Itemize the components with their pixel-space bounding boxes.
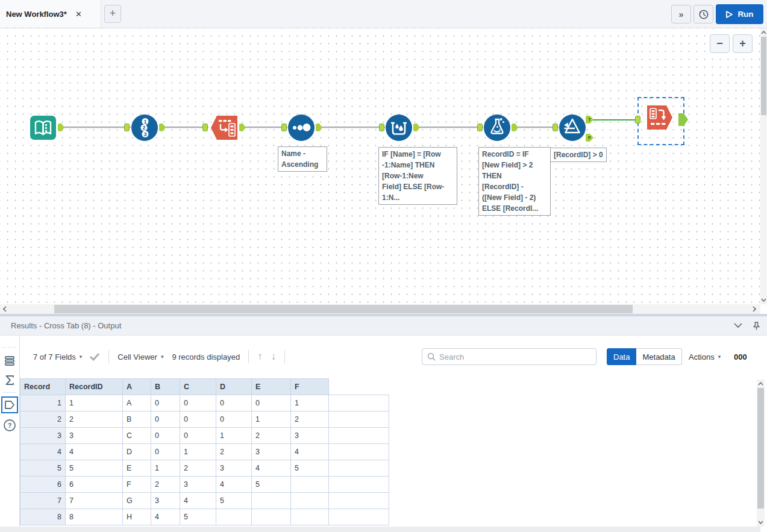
input-anchor[interactable] [202,124,208,131]
table-row[interactable]: 1 1 A 0 0 0 0 1 [20,395,389,412]
multi-row-formula-annotation[interactable]: IF [Name] = [Row -1:Name] THEN [Row-1:Ne… [378,147,457,205]
record-number-cell[interactable]: 6 [20,477,66,493]
schedule-history-button[interactable] [693,5,713,23]
output-anchor[interactable] [316,124,322,131]
cell[interactable]: H [123,509,151,525]
cell[interactable]: D [123,444,151,460]
record-number-cell[interactable]: 4 [20,444,66,460]
run-button[interactable]: Run [716,4,763,24]
filter-tool[interactable] [559,114,586,142]
cell[interactable]: 1 [180,444,216,460]
cell[interactable]: 4 [66,444,123,460]
column-header[interactable]: RecordID [66,379,123,395]
zoom-out-button[interactable]: − [710,34,730,53]
connection-true-branch[interactable] [592,119,636,120]
data-tab[interactable]: Data [607,348,636,365]
workflow-canvas[interactable]: 1 2 3 Name - Ascending [0,28,760,304]
table-row[interactable]: 7 7 G 3 4 5 [20,493,389,509]
multi-row-formula-tool[interactable] [385,114,413,142]
record-number-cell[interactable]: 2 [20,412,66,428]
column-header[interactable]: C [180,379,216,395]
true-output-anchor[interactable]: T [586,116,593,124]
sort-tool[interactable] [287,114,315,142]
table-row[interactable]: 8 8 H 4 5 [20,509,389,525]
cell[interactable]: 3 [252,444,291,460]
cell[interactable]: 4 [291,444,329,460]
cell[interactable]: 0 [151,412,180,428]
help-icon[interactable]: ? [2,418,17,433]
formula-annotation[interactable]: RecordID = IF [New Field] > 2 THEN [Reco… [478,147,551,216]
zoom-in-button[interactable]: + [733,34,753,53]
cell[interactable]: 0 [180,412,216,428]
record-number-cell[interactable]: 1 [20,395,66,412]
cell[interactable]: 1 [252,412,291,428]
output-anchor[interactable] [239,124,246,131]
cell[interactable]: A [123,395,151,412]
cell[interactable]: 1 [216,428,252,444]
cell[interactable]: 2 [180,460,216,477]
table-row[interactable]: 3 3 C 0 0 1 2 3 [20,428,389,444]
scroll-right-icon[interactable] [751,305,758,313]
cell[interactable]: 8 [66,509,123,525]
cell[interactable]: 5 [216,493,252,509]
cell[interactable]: 0 [151,395,180,412]
record-id-tool[interactable]: 1 2 3 [131,114,158,142]
cell[interactable]: 0 [252,395,291,412]
column-header[interactable]: A [123,379,151,395]
cell[interactable]: 7 [66,493,123,509]
column-header[interactable]: E [252,379,291,395]
cell[interactable]: 0 [151,428,180,444]
output-anchor[interactable] [512,124,518,131]
cell-viewer-dropdown[interactable]: Cell Viewer [117,352,157,361]
connection[interactable] [419,127,483,128]
cell[interactable]: F [123,477,151,493]
column-header[interactable]: B [151,379,180,395]
cell[interactable]: C [123,428,151,444]
scroll-up-icon[interactable] [760,30,767,36]
metadata-tab[interactable]: Metadata [636,348,681,365]
pin-icon[interactable] [752,321,761,331]
input-anchor[interactable] [477,124,483,131]
cell[interactable]: 0 [180,428,216,444]
input-anchor[interactable] [281,124,287,131]
input-anchor[interactable] [124,124,130,131]
cell[interactable]: 1 [66,395,123,412]
cell[interactable]: 2 [291,412,329,428]
cell[interactable]: 1 [151,460,180,477]
cell[interactable]: 0 [151,444,180,460]
cell[interactable] [291,509,329,525]
output-anchor[interactable] [159,124,166,131]
table-row[interactable]: 6 6 F 2 3 4 5 [20,477,389,493]
cell[interactable]: 5 [180,509,216,525]
collapse-chevron-icon[interactable] [734,323,742,328]
cell[interactable]: E [123,460,151,477]
transpose-tool[interactable] [208,113,240,142]
output-anchor[interactable] [413,124,420,131]
tag-view-selected[interactable] [1,396,18,413]
filter-annotation[interactable]: [RecordID] > 0 [550,148,607,162]
search-box[interactable] [422,348,596,365]
cell[interactable]: 5 [291,460,329,477]
input-anchor[interactable] [635,116,640,124]
cross-tab-tool[interactable] [643,103,675,132]
fields-dropdown[interactable]: 7 of 7 Fields [33,352,76,361]
cell[interactable]: 3 [216,460,252,477]
scroll-up-icon[interactable] [757,381,764,387]
table-row[interactable]: 5 5 E 1 2 3 4 5 [20,460,389,477]
cell[interactable]: 1 [291,395,329,412]
canvas-vertical-scrollbar[interactable] [760,28,767,304]
close-tab-icon[interactable]: ✕ [75,10,82,19]
cell[interactable]: G [123,493,151,509]
results-panel-header[interactable]: Results - Cross Tab (8) - Output [0,316,767,336]
cell[interactable]: 4 [252,460,291,477]
sort-annotation[interactable]: Name - Ascending [278,146,327,172]
cell[interactable] [252,509,291,525]
output-anchor[interactable] [58,124,64,131]
cell[interactable]: 3 [151,493,180,509]
cell[interactable]: 3 [66,428,123,444]
cell[interactable]: 4 [180,493,216,509]
cell[interactable]: 2 [252,428,291,444]
input-anchor[interactable] [379,124,384,131]
cell[interactable] [216,509,252,525]
scrollbar-thumb[interactable] [54,305,633,313]
